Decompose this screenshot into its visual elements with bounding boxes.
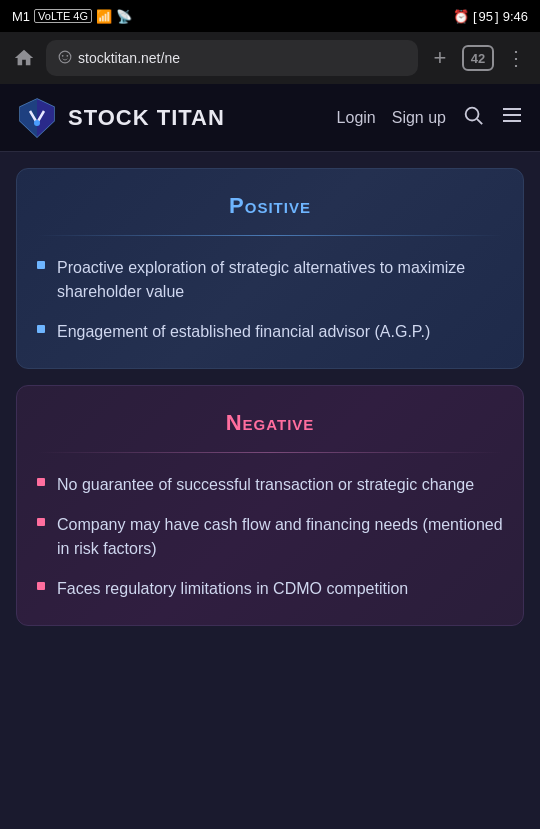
svg-point-0 [59, 51, 71, 63]
site-title: STOCK TITAN [68, 105, 225, 131]
positive-bullet-1: Proactive exploration of strategic alter… [37, 256, 503, 304]
carrier-text: M1 [12, 9, 30, 24]
negative-bullet-text-3: Faces regulatory limitations in CDMO com… [57, 577, 503, 601]
address-text: stocktitan.net/ne [78, 50, 180, 66]
negative-bullet-marker-3 [37, 582, 45, 590]
address-bar[interactable]: stocktitan.net/ne [46, 40, 418, 76]
security-icon [58, 50, 72, 67]
site-nav: Login Sign up [337, 103, 524, 133]
positive-card: Positive Proactive exploration of strate… [16, 168, 524, 369]
site-header: STOCK TITAN Login Sign up [0, 84, 540, 152]
positive-bullet-text-1: Proactive exploration of strategic alter… [57, 256, 503, 304]
positive-bullet-2: Engagement of established financial advi… [37, 320, 503, 344]
status-bar: M1 VoLTE 4G 📶 📡 ⏰ [95] 9:46 [0, 0, 540, 32]
logo-icon [16, 97, 58, 139]
positive-card-title: Positive [37, 193, 503, 219]
negative-card-divider [37, 452, 503, 453]
browser-actions: + 42 ⋮ [426, 44, 530, 72]
network-text: VoLTE 4G [34, 9, 92, 23]
wifi-icon: 📡 [116, 9, 132, 24]
svg-point-7 [34, 120, 40, 126]
content-area: Positive Proactive exploration of strate… [0, 152, 540, 642]
negative-card-title: Negative [37, 410, 503, 436]
signal-icon: 📶 [96, 9, 112, 24]
status-left: M1 VoLTE 4G 📶 📡 [12, 9, 132, 24]
negative-bullet-text-2: Company may have cash flow and financing… [57, 513, 503, 561]
search-icon[interactable] [462, 104, 484, 131]
logo-container: STOCK TITAN [16, 97, 225, 139]
time-text: 9:46 [503, 9, 528, 24]
browser-menu-button[interactable]: ⋮ [502, 44, 530, 72]
positive-bullet-marker-2 [37, 325, 45, 333]
home-button[interactable] [10, 44, 38, 72]
negative-bullet-3: Faces regulatory limitations in CDMO com… [37, 577, 503, 601]
positive-bullet-marker-1 [37, 261, 45, 269]
positive-card-divider [37, 235, 503, 236]
new-tab-button[interactable]: + [426, 44, 454, 72]
svg-point-8 [466, 108, 479, 121]
battery-icon: [95] [473, 9, 499, 24]
negative-bullet-marker-1 [37, 478, 45, 486]
negative-card: Negative No guarantee of successful tran… [16, 385, 524, 626]
negative-bullet-1: No guarantee of successful transaction o… [37, 473, 503, 497]
alarm-icon: ⏰ [453, 9, 469, 24]
status-right: ⏰ [95] 9:46 [453, 9, 528, 24]
tabs-count-button[interactable]: 42 [462, 45, 494, 71]
hamburger-icon[interactable] [500, 103, 524, 133]
svg-point-1 [62, 54, 64, 56]
signup-link[interactable]: Sign up [392, 109, 446, 127]
positive-bullet-list: Proactive exploration of strategic alter… [37, 256, 503, 344]
negative-bullet-text-1: No guarantee of successful transaction o… [57, 473, 503, 497]
svg-line-9 [477, 119, 482, 124]
negative-bullet-marker-2 [37, 518, 45, 526]
login-link[interactable]: Login [337, 109, 376, 127]
negative-bullet-2: Company may have cash flow and financing… [37, 513, 503, 561]
svg-point-2 [66, 54, 68, 56]
negative-bullet-list: No guarantee of successful transaction o… [37, 473, 503, 601]
positive-bullet-text-2: Engagement of established financial advi… [57, 320, 503, 344]
browser-chrome: stocktitan.net/ne + 42 ⋮ [0, 32, 540, 84]
